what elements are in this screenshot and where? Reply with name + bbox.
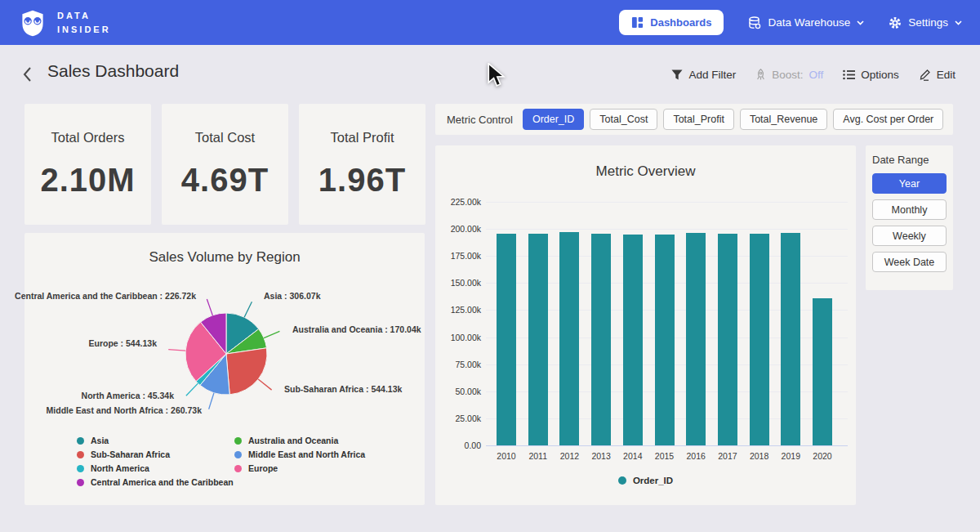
kpi-value: 4.69T: [181, 162, 269, 199]
metric-button-total-cost[interactable]: Total_Cost: [590, 109, 657, 130]
legend-item-europe: Europe: [234, 463, 365, 473]
metric-button-order-id[interactable]: Order_ID: [523, 109, 584, 130]
pie-label-north-america: North America : 45.34k: [82, 391, 174, 400]
bar-2014[interactable]: [623, 235, 643, 445]
legend-item-sub-saharan-africa: Sub-Saharan Africa: [77, 449, 234, 459]
date-range-monthly-button[interactable]: Monthly: [872, 199, 947, 220]
owl-logo-icon: [18, 8, 47, 38]
bar-2015[interactable]: [655, 235, 675, 445]
chevron-down-icon: [857, 20, 864, 25]
dashboard-grid-icon: [631, 16, 644, 29]
y-axis-ticks: 225.00k200.00k175.00k150.00k125.00k100.0…: [435, 202, 481, 445]
legend-label: Australia and Oceania: [248, 436, 338, 445]
add-filter-button[interactable]: Add Filter: [671, 69, 736, 81]
kpi-label: Total Orders: [51, 130, 125, 145]
database-icon: [748, 16, 761, 29]
x-tick-label: 2010: [497, 451, 515, 461]
bar-2018[interactable]: [750, 234, 769, 445]
pie-leader-line: [186, 383, 198, 396]
bar-2010[interactable]: [497, 234, 516, 445]
bar-2020[interactable]: [813, 298, 832, 445]
boost-label: Boost:: [772, 69, 803, 81]
dashboards-button[interactable]: Dashboards: [619, 10, 724, 35]
y-tick-label: 0.00: [465, 440, 481, 450]
bar-2013[interactable]: [591, 234, 611, 445]
bar-chart-legend: Order_ID: [435, 476, 856, 485]
metric-button-avg-cost[interactable]: Avg. Cost per Order: [833, 109, 943, 130]
metric-control-label: Metric Control: [447, 114, 513, 126]
data-warehouse-label: Data Warehouse: [768, 16, 850, 29]
legend-item-australia-oceania: Australia and Oceania: [234, 436, 365, 445]
bar-2012[interactable]: [559, 232, 579, 445]
pie-label-sub-saharan-africa: Sub-Saharan Africa : 544.13k: [284, 384, 402, 394]
legend-label: Middle East and North Africa: [248, 449, 365, 459]
y-tick-label: 175.00k: [451, 251, 481, 261]
pie-legend-column-1: Asia Sub-Saharan Africa North America Ce…: [77, 436, 234, 487]
chevron-down-icon: [955, 20, 962, 25]
gridline: [486, 202, 848, 203]
y-tick-label: 75.00k: [455, 360, 481, 369]
x-tick-label: 2018: [750, 451, 768, 461]
pie-legend-column-2: Australia and Oceania Middle East and No…: [234, 436, 365, 473]
options-button[interactable]: Options: [843, 69, 899, 81]
kpi-value: 2.10M: [40, 162, 135, 199]
date-range-week-date-button[interactable]: Week Date: [872, 252, 947, 272]
legend-dot: [234, 465, 242, 472]
header-actions: Add Filter Boost: Off Options Ed: [671, 69, 956, 81]
legend-label: Europe: [248, 463, 278, 473]
settings-menu[interactable]: Settings: [889, 16, 962, 29]
bar-2011[interactable]: [528, 234, 548, 445]
bar-2016[interactable]: [686, 233, 706, 445]
chart-title: Metric Overview: [435, 163, 856, 180]
legend-dot: [77, 437, 84, 445]
kpi-card-total-cost: Total Cost 4.69T: [162, 104, 288, 225]
metric-overview-chart-card: Metric Overview 225.00k200.00k175.00k150…: [435, 145, 856, 505]
legend-item-central-america-caribbean: Central America and the Caribbean: [77, 477, 234, 487]
gear-icon: [889, 16, 902, 29]
pie-leader-line: [207, 299, 212, 315]
data-warehouse-menu[interactable]: Data Warehouse: [748, 16, 864, 29]
x-tick-label: 2019: [782, 451, 800, 461]
back-button[interactable]: [22, 66, 38, 83]
date-range-year-button[interactable]: Year: [872, 173, 947, 194]
pie-leader-line: [168, 350, 185, 351]
legend-label: North America: [91, 463, 149, 473]
bar-plot-area: [486, 202, 848, 445]
y-tick-label: 100.00k: [451, 333, 481, 342]
date-range-label: Date Range: [872, 154, 947, 166]
brand-line2: INSIDER: [57, 23, 111, 37]
brand-text: DATA INSIDER: [57, 9, 111, 36]
x-tick-label: 2017: [718, 451, 737, 461]
bar-2017[interactable]: [718, 234, 737, 445]
pie-leader-line: [264, 331, 279, 338]
pie-leader-line: [244, 302, 252, 317]
legend-dot: [77, 451, 84, 458]
rocket-icon: [755, 69, 766, 81]
x-axis-labels: 2010201120122013201420152016201720182019…: [486, 451, 848, 463]
gridline: [486, 229, 848, 230]
bar-2019[interactable]: [781, 233, 800, 445]
legend-label: Central America and the Caribbean: [91, 477, 234, 487]
legend-dot: [77, 479, 84, 486]
date-range-weekly-button[interactable]: Weekly: [872, 226, 947, 246]
kpi-card-total-orders: Total Orders 2.10M: [24, 104, 151, 225]
pie-slice-sub-saharan-africa[interactable]: [226, 348, 267, 395]
pie-label-europe: Europe : 544.13k: [89, 338, 157, 348]
list-icon: [843, 69, 855, 80]
y-tick-label: 50.00k: [455, 387, 481, 396]
y-tick-label: 200.00k: [451, 224, 481, 234]
kpi-value: 1.96T: [318, 162, 406, 199]
metric-button-total-profit[interactable]: Total_Profit: [663, 109, 734, 130]
metric-button-total-revenue[interactable]: Total_Revenue: [740, 109, 827, 130]
pie-leader-line: [258, 379, 271, 390]
edit-button[interactable]: Edit: [919, 69, 956, 81]
legend-item-middle-east-north-africa: Middle East and North Africa: [234, 449, 365, 459]
legend-label: Asia: [91, 436, 109, 445]
brand: DATA INSIDER: [18, 8, 111, 38]
gridline: [486, 445, 848, 446]
edit-label: Edit: [937, 69, 956, 81]
boost-state: Off: [808, 69, 823, 81]
x-tick-label: 2011: [528, 451, 547, 461]
boost-toggle[interactable]: Boost: Off: [755, 69, 823, 81]
x-tick-label: 2012: [560, 451, 579, 461]
